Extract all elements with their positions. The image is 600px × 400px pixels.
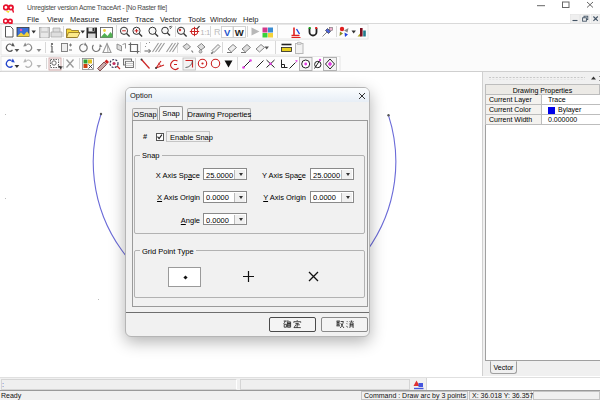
svg-text:V: V bbox=[224, 27, 231, 38]
svg-text:W: W bbox=[235, 27, 244, 38]
svg-text:1:1: 1:1 bbox=[201, 29, 211, 36]
svg-text:R: R bbox=[214, 27, 221, 37]
